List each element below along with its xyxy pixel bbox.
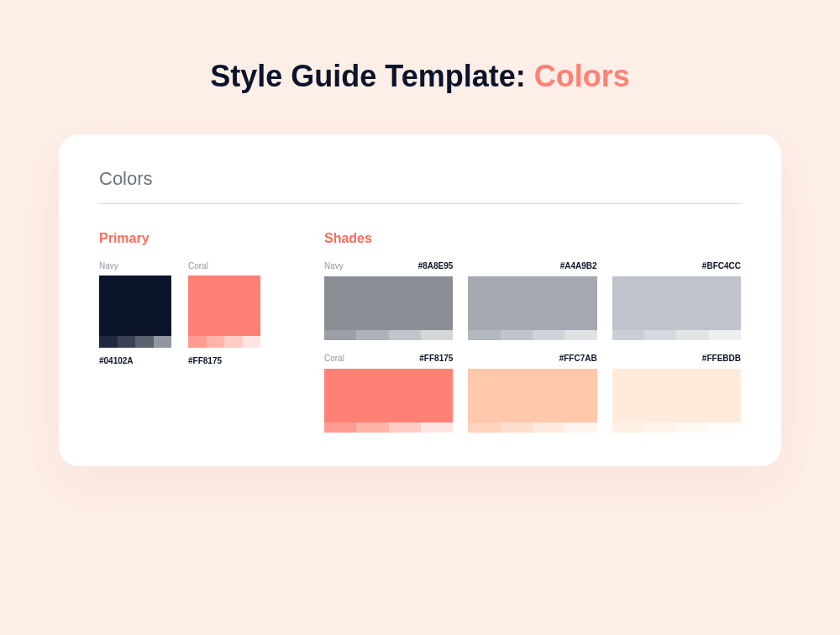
shades-grid: Navy#8A8E95 #A4A9B2 #BFC4CC Coral#FF8175 <box>324 261 741 433</box>
columns: Primary Navy #04102A <box>99 231 741 433</box>
swatch-hex: #FF8175 <box>188 356 260 365</box>
primary-swatch-navy: Navy #04102A <box>99 261 171 365</box>
page-title: Style Guide Template: Colors <box>0 59 840 94</box>
primary-title: Primary <box>99 231 284 246</box>
style-card: Colors Primary Navy <box>59 134 781 466</box>
swatch-band <box>188 336 260 348</box>
shade-name: Coral <box>324 354 344 363</box>
shade-hex: #FF8175 <box>419 354 453 363</box>
swatch-name: Navy <box>99 261 171 270</box>
swatch-band <box>99 336 171 348</box>
shade-swatch: #BFC4CC <box>612 261 741 340</box>
shade-swatch: #FFC7AB <box>468 354 596 433</box>
title-accent: Colors <box>534 59 630 93</box>
shade-name: Navy <box>324 261 344 270</box>
shade-swatch: #FFEBDB <box>612 354 741 433</box>
shade-hex: #BFC4CC <box>702 261 741 270</box>
shades-column: Shades Navy#8A8E95 #A4A9B2 #BFC4CC Cora <box>324 231 741 433</box>
shade-hex: #FFC7AB <box>559 354 597 363</box>
primary-column: Primary Navy #04102A <box>99 231 284 433</box>
primary-swatch-coral: Coral #FF8175 <box>188 261 260 365</box>
shade-hex: #A4A9B2 <box>560 261 597 270</box>
swatch-block <box>99 276 171 348</box>
card-header: Colors <box>99 168 741 190</box>
title-prefix: Style Guide Template: <box>210 59 533 93</box>
divider <box>99 203 741 204</box>
shades-title: Shades <box>324 231 741 246</box>
primary-row: Navy #04102A Coral <box>99 261 284 365</box>
shade-swatch: #A4A9B2 <box>468 261 596 340</box>
swatch-hex: #04102A <box>99 356 171 365</box>
swatch-block <box>188 276 260 348</box>
shade-swatch: Navy#8A8E95 <box>324 261 453 340</box>
shade-hex: #8A8E95 <box>418 261 454 270</box>
shade-hex: #FFEBDB <box>702 354 741 363</box>
shade-swatch: Coral#FF8175 <box>324 354 453 433</box>
swatch-name: Coral <box>188 261 260 270</box>
